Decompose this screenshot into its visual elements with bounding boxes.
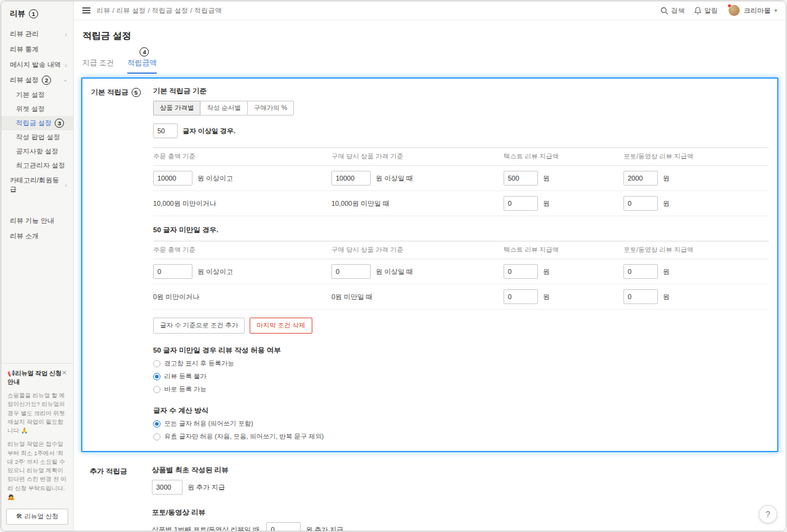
radio-valid-chars-only[interactable]: 유효 글자만 허용 (자음, 모음, 띄어쓰기, 반복 문구 제외) xyxy=(153,432,769,441)
sidebar-sub-label: 공지사항 설정 xyxy=(16,147,58,156)
tab-reward-amount[interactable]: 4 적립금액 xyxy=(127,58,157,74)
condition-buttons-row: 글자 수 기준으로 조건 추가 마지막 조건 삭제 xyxy=(153,318,769,334)
annotation-1: 1 xyxy=(29,9,38,18)
over-product-price-input[interactable] xyxy=(331,171,371,186)
basic-reward-section-label: 기본 적립금 5 xyxy=(91,87,153,441)
char-threshold-row: 글자 이상일 경우. xyxy=(153,123,769,138)
sidebar-item-review-stats[interactable]: 리뷰 통계 xyxy=(1,42,73,57)
sidebar-sub-basic-settings[interactable]: 기본 설정 xyxy=(1,88,73,102)
topbar-right: 검색 알림 크리마몰 ▾ xyxy=(654,5,777,16)
sidebar-item-label: 카테고리/회원등급 xyxy=(10,176,65,194)
sidebar-sub-label: 적립금 설정 xyxy=(16,119,52,128)
reward-table-header: 주문 총액 기준 구매 당시 상품 가격 기준 텍스트 리뷰 지급액 포토/동영… xyxy=(153,241,769,259)
sidebar: 리뷰 1 리뷰 관리 › 리뷰 통계 메시지 발송 내역 › 리뷰 설정 2 ›… xyxy=(1,1,74,531)
under-text-reward-input[interactable] xyxy=(504,264,538,279)
page-content: 적립금 설정 지급 조건 4 적립금액 기본 적립금 5 기본 적립금 기준 상… xyxy=(74,20,786,531)
sidebar-link-review-intro[interactable]: 리뷰 소개 xyxy=(1,229,73,244)
sidebar-sub-popup-settings[interactable]: 작성 팝업 설정 xyxy=(1,130,73,144)
tab-bar: 지급 조건 4 적립금액 xyxy=(82,58,778,74)
renewal-apply-button[interactable]: 🛠 리뉴얼 신청 xyxy=(6,509,68,525)
sidebar-item-label: 리뷰 설정 xyxy=(10,76,39,85)
segment-purchase-percent[interactable]: 구매가의 % xyxy=(247,101,294,115)
first-review-suffix: 원 추가 지급 xyxy=(188,483,225,492)
account-name[interactable]: 크리마몰 xyxy=(743,6,770,15)
radio-warning-then-allow[interactable]: 경고창 표시 후 등록가능 xyxy=(153,359,769,368)
won-label: 원 xyxy=(543,199,550,208)
sidebar-sub-reward-settings[interactable]: 적립금 설정 3 xyxy=(1,116,73,130)
sidebar-header: 리뷰 1 xyxy=(1,1,73,26)
radio-label: 경고창 표시 후 등록가능 xyxy=(164,359,234,368)
basic-reward-body: 기본 적립금 기준 상품 가격별 작성 순서별 구매가의 % 글자 이상일 경우… xyxy=(153,87,769,441)
reward-row-under-main: 원 이상이고 원 이상일 때 원 원 xyxy=(153,259,769,284)
reward-row-over-else: 10,000원 미만이거나 10,000원 미만일 때 원 원 xyxy=(153,191,769,216)
segment-write-order[interactable]: 작성 순서별 xyxy=(200,101,247,115)
sidebar-link-feature-guide[interactable]: 리뷰 기능 안내 xyxy=(1,213,73,229)
over-photo-reward-input[interactable] xyxy=(623,171,658,186)
won-label: 원 xyxy=(663,292,670,302)
under-product-price-input[interactable] xyxy=(331,264,371,279)
search-button[interactable]: 검색 xyxy=(660,6,684,15)
chevron-down-icon[interactable]: ▾ xyxy=(774,7,777,14)
char-threshold-input[interactable] xyxy=(153,123,178,138)
add-char-condition-button[interactable]: 글자 수 기준으로 조건 추가 xyxy=(153,318,245,334)
reward-table-header: 주문 총액 기준 구매 당시 상품 가격 기준 텍스트 리뷰 지급액 포토/동영… xyxy=(153,147,769,166)
sidebar-item-review-settings[interactable]: 리뷰 설정 2 › xyxy=(1,72,73,88)
sidebar-sub-notice-settings[interactable]: 공지사항 설정 xyxy=(1,144,73,158)
alarm-button[interactable]: 알림 xyxy=(694,6,718,15)
account-avatar[interactable] xyxy=(729,5,740,16)
sidebar-sub-admin-settings[interactable]: 최고관리자 설정 xyxy=(1,158,73,173)
sidebar-sub-label: 기본 설정 xyxy=(16,90,45,100)
page-title: 적립금 설정 xyxy=(82,30,778,42)
renewal-notice-box: 📢리뉴얼 작업 신청 안내 ✕ 쇼핑몰을 리뉴얼 할 예정이신가요? 리뉴얼의 … xyxy=(1,363,73,504)
over-else-text-reward-input[interactable] xyxy=(504,196,538,211)
radio-register-allowed[interactable]: 바로 등록 가능 xyxy=(153,385,769,394)
under-order-amount-input[interactable] xyxy=(153,264,192,279)
radio-all-chars[interactable]: 모든 글자 허용 (띄어쓰기 포함) xyxy=(153,420,769,428)
basic-criteria-title: 기본 적립금 기준 xyxy=(153,87,769,96)
under-else-text-reward-input[interactable] xyxy=(504,289,538,304)
suffix-and: 원 이상이고 xyxy=(197,267,233,276)
under-photo-reward-input[interactable] xyxy=(623,264,658,279)
extra-reward-section: 추가 적립금 상품별 최초 작성된 리뷰 원 추가 지급 포토/동영상 리뷰 상… xyxy=(81,452,778,531)
sidebar-sub-label: 작성 팝업 설정 xyxy=(16,133,60,142)
first-review-row: 원 추가 지급 xyxy=(152,480,769,495)
over-text-reward-input[interactable] xyxy=(504,171,538,186)
under-else-price-text: 0원 미만일 때 xyxy=(331,292,504,302)
help-button[interactable]: ? xyxy=(759,505,777,523)
won-label: 원 xyxy=(543,292,550,302)
sidebar-sub-label: 최고관리자 설정 xyxy=(16,161,65,170)
radio-label: 바로 등록 가능 xyxy=(164,385,207,394)
char-count-radio-group: 글자 수 계산 방식 모든 글자 허용 (띄어쓰기 포함) 유효 글자만 허용 … xyxy=(153,406,769,441)
suffix-when: 원 이상일 때 xyxy=(376,174,413,183)
renewal-notice-header: 📢리뉴얼 작업 신청 안내 ✕ xyxy=(7,369,67,386)
under-threshold-title: 50 글자 미만일 경우. xyxy=(153,225,769,235)
won-label: 원 xyxy=(543,267,550,276)
extra-reward-section-label: 추가 적립금 xyxy=(90,466,152,531)
first-review-amount-input[interactable] xyxy=(152,480,183,495)
annotation-4: 4 xyxy=(140,47,149,57)
col-product-price: 구매 당시 상품 가격 기준 xyxy=(331,152,504,161)
annotation-2: 2 xyxy=(42,76,51,85)
breadcrumb[interactable]: 리뷰 / 리뷰 설정 / 적립금 설정 / 적립금액 xyxy=(97,6,222,15)
sidebar-item-review-manage[interactable]: 리뷰 관리 › xyxy=(1,26,73,42)
over-order-amount-input[interactable] xyxy=(153,171,192,186)
close-icon[interactable]: ✕ xyxy=(62,369,67,376)
delete-last-condition-button[interactable]: 마지막 조건 삭제 xyxy=(250,318,312,334)
radio-icon xyxy=(153,433,160,440)
sidebar-item-message-history[interactable]: 메시지 발송 내역 › xyxy=(1,57,73,72)
sidebar-sub-widget-settings[interactable]: 위젯 설정 xyxy=(1,102,73,116)
tab-payment-conditions[interactable]: 지급 조건 xyxy=(82,58,114,74)
photo-review-amount-input[interactable] xyxy=(266,522,301,531)
menu-icon[interactable] xyxy=(82,5,90,17)
radio-label: 모든 글자 허용 (띄어쓰기 포함) xyxy=(164,420,253,428)
under-else-photo-reward-input[interactable] xyxy=(623,289,658,304)
radio-selected-icon xyxy=(153,420,160,428)
photo-review-row: 상품별 1번째 포토/동영상 리뷰일 때, 원 추가 지급 xyxy=(152,522,769,531)
over-else-price-text: 10,000원 미만일 때 xyxy=(331,199,504,208)
over-else-photo-reward-input[interactable] xyxy=(623,196,658,211)
sidebar-item-category-grade[interactable]: 카테고리/회원등급 › xyxy=(1,173,73,197)
won-label: 원 xyxy=(543,174,550,183)
segment-product-price[interactable]: 상품 가격별 xyxy=(153,101,200,115)
radio-register-disallowed[interactable]: 리뷰 등록 불가 xyxy=(153,372,769,381)
won-label: 원 xyxy=(663,199,670,208)
